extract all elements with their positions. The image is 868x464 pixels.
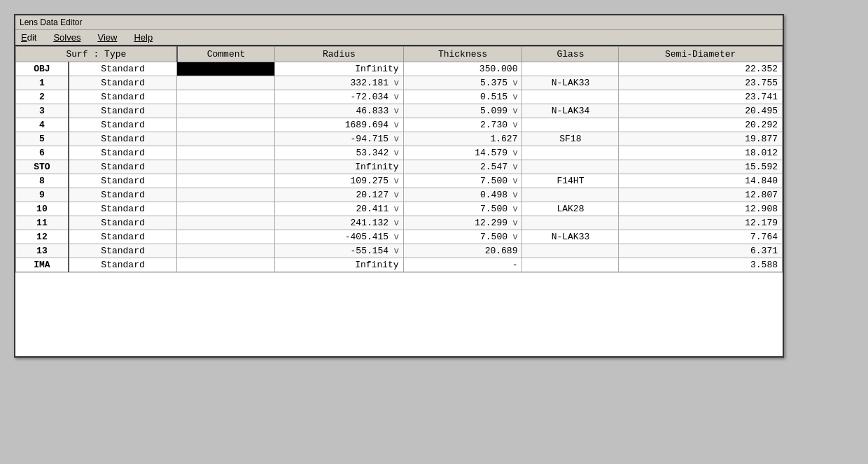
cell-type[interactable]: Standard — [69, 216, 177, 230]
table-row[interactable]: 5Standard-94.715 V1.627SF1819.877 — [16, 132, 783, 146]
cell-thickness[interactable]: 350.000 — [403, 62, 522, 76]
cell-type[interactable]: Standard — [69, 160, 177, 174]
cell-semi-diameter[interactable]: 7.764 — [619, 230, 783, 244]
cell-glass[interactable] — [522, 188, 619, 202]
cell-type[interactable]: Standard — [69, 188, 177, 202]
cell-radius[interactable]: 20.127 V — [275, 188, 403, 202]
cell-radius[interactable]: -72.034 V — [275, 90, 403, 104]
cell-thickness[interactable]: 14.579 V — [403, 146, 522, 160]
table-row[interactable]: 8Standard109.275 V7.500 VF14HT14.840 — [16, 174, 783, 188]
cell-thickness[interactable]: 0.515 V — [403, 90, 522, 104]
table-row[interactable]: 2Standard-72.034 V0.515 V23.741 — [16, 90, 783, 104]
cell-semi-diameter[interactable]: 22.352 — [619, 62, 783, 76]
cell-radius[interactable]: -55.154 V — [275, 244, 403, 258]
cell-semi-diameter[interactable]: 19.877 — [619, 132, 783, 146]
table-row[interactable]: 10Standard20.411 V7.500 VLAK2812.908 — [16, 202, 783, 216]
table-row[interactable]: 6Standard53.342 V14.579 V18.012 — [16, 146, 783, 160]
cell-comment[interactable] — [177, 258, 275, 272]
cell-type[interactable]: Standard — [69, 104, 177, 118]
cell-glass[interactable] — [522, 258, 619, 272]
cell-radius[interactable]: 332.181 V — [275, 76, 403, 90]
cell-semi-diameter[interactable]: 23.755 — [619, 76, 783, 90]
cell-radius[interactable]: 53.342 V — [275, 146, 403, 160]
cell-type[interactable]: Standard — [69, 244, 177, 258]
cell-radius[interactable]: 46.833 V — [275, 104, 403, 118]
cell-comment[interactable] — [177, 118, 275, 132]
cell-glass[interactable]: N-LAK33 — [522, 76, 619, 90]
table-row[interactable]: 1Standard332.181 V5.375 VN-LAK3323.755 — [16, 76, 783, 90]
cell-comment[interactable] — [177, 174, 275, 188]
menu-solves[interactable]: Solves — [50, 31, 83, 43]
menu-edit[interactable]: Edit — [18, 31, 39, 43]
cell-type[interactable]: Standard — [69, 118, 177, 132]
table-row[interactable]: 12Standard-405.415 V7.500 VN-LAK337.764 — [16, 230, 783, 244]
cell-semi-diameter[interactable]: 14.840 — [619, 174, 783, 188]
cell-type[interactable]: Standard — [69, 258, 177, 272]
cell-glass[interactable] — [522, 118, 619, 132]
cell-thickness[interactable]: 2.547 V — [403, 160, 522, 174]
cell-semi-diameter[interactable]: 12.807 — [619, 188, 783, 202]
table-row[interactable]: 11Standard241.132 V12.299 V12.179 — [16, 216, 783, 230]
table-row[interactable]: 4Standard1689.694 V2.730 V20.292 — [16, 118, 783, 132]
cell-comment[interactable] — [177, 244, 275, 258]
cell-semi-diameter[interactable]: 20.495 — [619, 104, 783, 118]
cell-semi-diameter[interactable]: 12.908 — [619, 202, 783, 216]
cell-comment[interactable] — [177, 230, 275, 244]
table-row[interactable]: 9Standard20.127 V0.498 V12.807 — [16, 188, 783, 202]
cell-comment[interactable] — [177, 90, 275, 104]
table-row[interactable]: STOStandardInfinity2.547 V15.592 — [16, 160, 783, 174]
cell-type[interactable]: Standard — [69, 230, 177, 244]
table-row[interactable]: 3Standard46.833 V5.099 VN-LAK3420.495 — [16, 104, 783, 118]
cell-radius[interactable]: Infinity — [275, 62, 403, 76]
cell-radius[interactable]: Infinity — [275, 258, 403, 272]
cell-radius[interactable]: 20.411 V — [275, 202, 403, 216]
menu-help[interactable]: Help — [131, 31, 155, 43]
cell-glass[interactable]: F14HT — [522, 174, 619, 188]
cell-semi-diameter[interactable]: 23.741 — [619, 90, 783, 104]
cell-comment[interactable] — [177, 160, 275, 174]
cell-glass[interactable]: N-LAK34 — [522, 104, 619, 118]
cell-semi-diameter[interactable]: 18.012 — [619, 146, 783, 160]
cell-radius[interactable]: -405.415 V — [275, 230, 403, 244]
cell-thickness[interactable]: 20.689 — [403, 244, 522, 258]
cell-semi-diameter[interactable]: 12.179 — [619, 216, 783, 230]
table-row[interactable]: IMAStandardInfinity-3.588 — [16, 258, 783, 272]
cell-semi-diameter[interactable]: 20.292 — [619, 118, 783, 132]
cell-type[interactable]: Standard — [69, 90, 177, 104]
cell-comment[interactable] — [177, 188, 275, 202]
cell-type[interactable]: Standard — [69, 202, 177, 216]
cell-comment[interactable] — [177, 62, 275, 76]
cell-glass[interactable] — [522, 146, 619, 160]
cell-glass[interactable] — [522, 160, 619, 174]
cell-type[interactable]: Standard — [69, 76, 177, 90]
cell-type[interactable]: Standard — [69, 174, 177, 188]
cell-thickness[interactable]: 1.627 — [403, 132, 522, 146]
cell-thickness[interactable]: 5.099 V — [403, 104, 522, 118]
cell-thickness[interactable]: - — [403, 258, 522, 272]
menu-view[interactable]: View — [94, 31, 120, 43]
cell-type[interactable]: Standard — [69, 62, 177, 76]
cell-thickness[interactable]: 2.730 V — [403, 118, 522, 132]
cell-glass[interactable] — [522, 216, 619, 230]
cell-glass[interactable] — [522, 244, 619, 258]
cell-thickness[interactable]: 7.500 V — [403, 230, 522, 244]
cell-semi-diameter[interactable]: 3.588 — [619, 258, 783, 272]
cell-type[interactable]: Standard — [69, 146, 177, 160]
cell-comment[interactable] — [177, 216, 275, 230]
cell-radius[interactable]: Infinity — [275, 160, 403, 174]
cell-thickness[interactable]: 0.498 V — [403, 188, 522, 202]
table-row[interactable]: OBJStandard Infinity350.00022.352 — [16, 62, 783, 76]
cell-radius[interactable]: 241.132 V — [275, 216, 403, 230]
cell-glass[interactable] — [522, 62, 619, 76]
cell-type[interactable]: Standard — [69, 132, 177, 146]
cell-comment[interactable] — [177, 104, 275, 118]
cell-semi-diameter[interactable]: 15.592 — [619, 160, 783, 174]
cell-radius[interactable]: 109.275 V — [275, 174, 403, 188]
cell-glass[interactable]: LAK28 — [522, 202, 619, 216]
cell-glass[interactable]: N-LAK33 — [522, 230, 619, 244]
cell-comment[interactable] — [177, 132, 275, 146]
cell-glass[interactable] — [522, 90, 619, 104]
cell-comment[interactable] — [177, 76, 275, 90]
cell-thickness[interactable]: 12.299 V — [403, 216, 522, 230]
cell-comment[interactable] — [177, 146, 275, 160]
